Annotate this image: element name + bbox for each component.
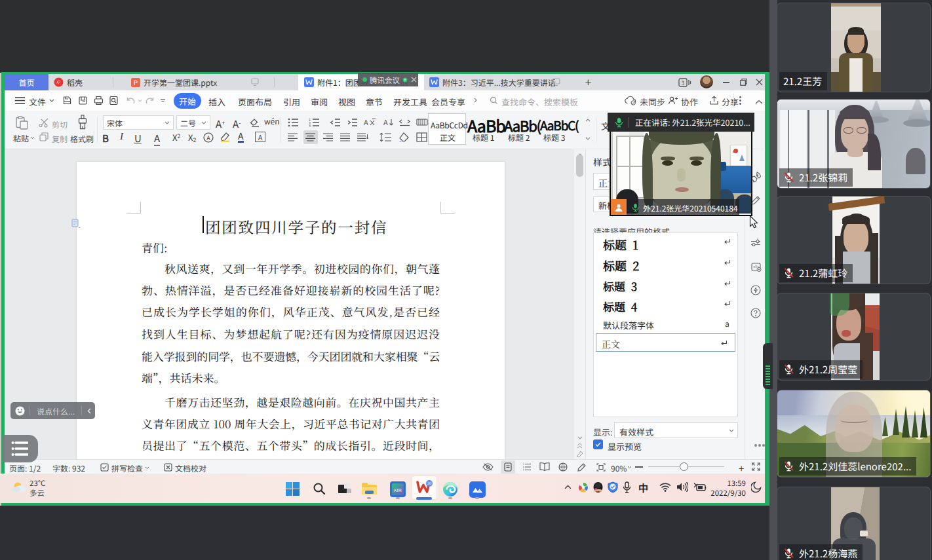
svg-text:KIM: KIM bbox=[394, 487, 401, 493]
svg-text:A: A bbox=[383, 118, 388, 127]
svg-text:30: 30 bbox=[427, 480, 432, 486]
svg-text:P: P bbox=[134, 78, 138, 87]
svg-text:A: A bbox=[206, 134, 210, 142]
svg-text:3: 3 bbox=[682, 79, 685, 87]
svg-text:A: A bbox=[364, 118, 368, 127]
svg-text:3: 3 bbox=[309, 124, 311, 128]
